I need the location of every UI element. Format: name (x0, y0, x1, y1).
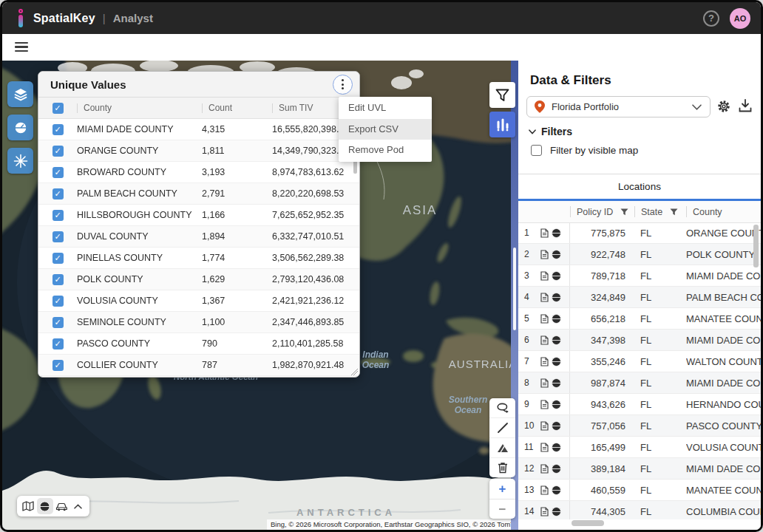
menu-item[interactable]: Export CSV (339, 119, 432, 140)
row-checkbox[interactable]: ✓ (52, 210, 64, 221)
globe-icon[interactable] (552, 357, 561, 366)
uv-col-count[interactable]: Count (208, 103, 272, 113)
locations-vertical-scrollbar[interactable] (753, 225, 759, 267)
uv-table-row[interactable]: ✓ POLK COUNTY 1,629 2,793,120,436.08 (38, 269, 359, 290)
location-row[interactable]: 8 987,874 FL MIAMI DADE COUNTY (518, 372, 761, 394)
uv-table-row[interactable]: ✓ PALM BEACH COUNTY 2,791 8,220,220,698.… (38, 183, 359, 205)
panel-scrollbar-thumb[interactable] (513, 248, 516, 330)
uv-table-row[interactable]: ✓ PASCO COUNTY 790 2,110,401,285.58 (38, 333, 359, 355)
globe-icon[interactable] (552, 421, 561, 431)
row-checkbox[interactable]: ✓ (52, 317, 64, 328)
uv-table-row[interactable]: ✓ SEMINOLE COUNTY 1,100 2,347,446,893.85 (38, 312, 359, 333)
document-icon[interactable] (540, 357, 549, 366)
row-checkbox[interactable]: ✓ (52, 296, 64, 307)
document-icon[interactable] (540, 335, 549, 345)
uv-col-county[interactable]: County (84, 103, 202, 113)
document-icon[interactable] (540, 464, 549, 474)
menu-item[interactable]: Edit UVL (339, 98, 432, 119)
row-checkbox[interactable]: ✓ (52, 274, 64, 285)
compass-button[interactable] (7, 148, 33, 174)
location-row[interactable]: 7 355,246 FL WALTON COUNTY (518, 351, 761, 372)
location-row[interactable]: 1 775,875 FL ORANGE COUNTY (518, 222, 761, 244)
dataset-settings-button[interactable] (716, 99, 731, 114)
policy-filter-icon[interactable] (620, 208, 628, 216)
globe-icon[interactable] (552, 485, 561, 495)
globe-icon[interactable] (552, 293, 561, 302)
globe-icon[interactable] (552, 507, 561, 516)
globe-icon[interactable] (552, 271, 561, 281)
uv-table-row[interactable]: ✓ ORANGE COUNTY 1,811 14,349,790,323.... (38, 140, 359, 162)
hamburger-menu-icon[interactable] (15, 42, 28, 54)
location-row[interactable]: 9 943,626 FL HERNANDO COUNTY (518, 394, 761, 415)
document-icon[interactable] (540, 228, 549, 238)
uv-table-row[interactable]: ✓ MIAMI DADE COUNTY 4,315 16,555,820,398… (38, 119, 359, 140)
zoom-out-button[interactable]: − (489, 499, 515, 519)
layers-button[interactable] (7, 81, 33, 107)
state-filter-icon[interactable] (670, 208, 678, 216)
filter-pod-button[interactable] (489, 82, 515, 108)
tab-locations[interactable]: Locations (518, 174, 761, 199)
uv-table-row[interactable]: ✓ BREVARD COUNTY 973 1,779,410,495.32 (38, 376, 359, 378)
col-state[interactable]: State (641, 207, 662, 217)
basemap-satellite-button[interactable] (37, 498, 54, 514)
document-icon[interactable] (540, 421, 549, 431)
location-row[interactable]: 4 324,849 FL PALM BEACH COUNTY (518, 287, 761, 308)
select-all-checkbox[interactable]: ✓ (52, 103, 64, 114)
row-checkbox[interactable]: ✓ (52, 253, 64, 264)
uv-table-row[interactable]: ✓ BROWARD COUNTY 3,193 8,974,783,613.62 (38, 162, 359, 183)
globe-icon[interactable] (552, 464, 561, 474)
zoom-in-button[interactable]: + (489, 479, 515, 499)
globe-icon[interactable] (552, 228, 561, 238)
uv-table-row[interactable]: ✓ PINELLAS COUNTY 1,774 3,506,562,289.38 (38, 248, 359, 269)
document-icon[interactable] (540, 485, 549, 495)
globe-icon[interactable] (552, 335, 561, 345)
uv-table-row[interactable]: ✓ DUVAL COUNTY 1,894 6,332,747,010.51 (38, 226, 359, 248)
location-row[interactable]: 6 347,398 FL MIAMI DADE COUNTY (518, 330, 761, 351)
dataset-download-button[interactable] (739, 99, 752, 113)
document-icon[interactable] (540, 378, 549, 388)
row-checkbox[interactable]: ✓ (52, 338, 64, 349)
document-icon[interactable] (540, 314, 549, 324)
line-measure-button[interactable] (489, 418, 515, 438)
help-icon[interactable]: ? (703, 10, 719, 27)
document-icon[interactable] (540, 250, 549, 259)
location-row[interactable]: 10 757,056 FL PASCO COUNTY (518, 415, 761, 437)
location-row[interactable]: 3 789,718 FL MIAMI DADE COUNTY (518, 265, 761, 287)
location-row[interactable]: 11 165,499 FL VOLUSIA COUNTY (518, 437, 761, 458)
uv-table-row[interactable]: ✓ COLLIER COUNTY 787 1,982,870,921.48 (38, 355, 359, 376)
document-icon[interactable] (540, 293, 549, 302)
lasso-select-button[interactable] (489, 398, 515, 418)
location-row[interactable]: 5 656,218 FL MANATEE COUNTY (518, 308, 761, 330)
document-icon[interactable] (540, 400, 549, 409)
row-checkbox[interactable]: ✓ (52, 231, 64, 242)
avatar[interactable]: AO (730, 8, 750, 29)
basemap-traffic-button[interactable] (53, 498, 70, 514)
document-icon[interactable] (540, 443, 549, 452)
pod-resize-handle[interactable] (351, 369, 358, 375)
delete-shapes-button[interactable] (489, 458, 515, 477)
globe-button[interactable] (7, 115, 33, 140)
location-row[interactable]: 2 922,748 FL POLK COUNTY (518, 244, 761, 265)
pod-kebab-menu-icon[interactable] (333, 75, 353, 95)
uv-table-row[interactable]: ✓ VOLUSIA COUNTY 1,367 2,421,921,236.12 (38, 290, 359, 312)
globe-icon[interactable] (552, 250, 561, 259)
row-checkbox[interactable]: ✓ (52, 188, 64, 200)
locations-horizontal-scrollbar[interactable] (572, 520, 604, 526)
menu-item[interactable]: Remove Pod (339, 140, 432, 161)
globe-icon[interactable] (552, 400, 561, 409)
globe-icon[interactable] (552, 443, 561, 452)
basemap-map-button[interactable] (20, 498, 37, 514)
uv-table-row[interactable]: ✓ HILLSBOROUGH COUNTY 1,166 7,625,652,95… (38, 205, 359, 226)
basemap-collapse-chevron[interactable] (70, 498, 87, 514)
row-checkbox[interactable]: ✓ (52, 360, 64, 371)
globe-icon[interactable] (552, 314, 561, 324)
globe-icon[interactable] (552, 378, 561, 388)
row-checkbox[interactable]: ✓ (52, 167, 64, 178)
document-icon[interactable] (540, 507, 549, 516)
row-checkbox[interactable]: ✓ (52, 124, 64, 135)
row-checkbox[interactable]: ✓ (52, 146, 64, 157)
location-row[interactable]: 14 744,305 FL COLUMBIA COUNTY (518, 501, 761, 519)
visible-map-checkbox[interactable] (531, 145, 542, 156)
col-county[interactable]: County (693, 207, 722, 217)
document-icon[interactable] (540, 271, 549, 281)
